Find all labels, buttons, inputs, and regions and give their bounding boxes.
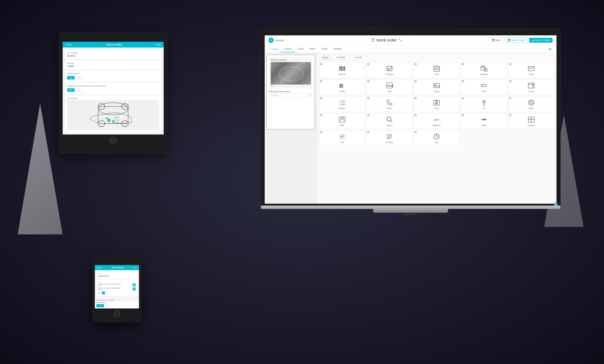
tablet-home-button[interactable] — [109, 137, 117, 144]
widget-email[interactable]: i Email — [508, 62, 554, 78]
tablet-yes-button[interactable]: Yes — [67, 76, 75, 79]
filter-installed[interactable]: ⬇ Installed — [333, 55, 348, 60]
barcode-input[interactable]: Barcode ⊞ — [269, 93, 312, 97]
widget-info-icon-22: i — [367, 131, 369, 133]
radio-widget-icon — [528, 99, 535, 106]
star-icon: ★ — [352, 56, 354, 58]
phone-hour-text-1: 2018-02-16 Start 10:00 End 19:30 — [98, 283, 121, 285]
slider-widget-label: Slider — [482, 124, 487, 126]
widget-info-icon-23: i — [415, 131, 417, 133]
photo-section: Photo the product — [269, 57, 312, 88]
edit-icon[interactable]: ✏️ — [399, 38, 402, 42]
radio-widget-label: Radio — [529, 107, 534, 109]
widget-info-icon-12: i — [367, 97, 369, 99]
phone-home-button[interactable] — [113, 310, 120, 317]
widget-time[interactable]: i Time — [414, 130, 460, 146]
phone-delete-button-1[interactable]: 🗑 — [133, 283, 136, 286]
widget-image[interactable]: i Image — [414, 79, 460, 95]
widget-label[interactable]: i Label — [461, 79, 507, 95]
widget-info-icon: i — [320, 63, 322, 65]
number-widget-icon: 1 2 3 — [338, 99, 346, 106]
widget-datetime[interactable]: i Datetime — [461, 62, 507, 78]
phone-add-button[interactable]: + — [102, 291, 105, 294]
phone-delete-button-2[interactable]: 🗑 — [133, 288, 136, 290]
widget-photo[interactable]: i Photo — [414, 96, 460, 112]
tab-settings[interactable]: Settings — [330, 46, 345, 52]
widget-info-icon-18: i — [415, 114, 417, 116]
phone-send-button[interactable]: Send — [133, 267, 137, 269]
phone-name-label: Name * — [98, 273, 136, 275]
svg-point-66 — [483, 119, 485, 120]
tab-hooks[interactable]: Hooks — [318, 46, 330, 52]
widget-barcode[interactable]: i Barcode — [319, 62, 365, 78]
svg-point-59 — [530, 101, 533, 104]
tab-widgets[interactable]: Widgets — [281, 46, 295, 52]
row-widget-icon — [338, 116, 346, 123]
tablet-no-button[interactable]: No — [76, 76, 83, 80]
phone-camera — [116, 262, 118, 264]
search-widget-label: Search — [387, 124, 392, 126]
phone-no-button[interactable]: No — [105, 304, 112, 307]
widget-info-icon-8: i — [415, 80, 417, 82]
widget-phone[interactable]: i Phone — [366, 96, 412, 112]
svg-point-55 — [436, 102, 437, 103]
phone-app-header: Cancel Time tracking Send — [95, 265, 139, 270]
photo-section-title: Photo the product — [271, 59, 311, 61]
widget-pin[interactable]: i Pin — [461, 96, 507, 112]
barcode-widget-label: Barcode — [339, 73, 345, 75]
widget-html[interactable]: i HTML Html — [366, 79, 412, 95]
nav-cancel-button[interactable]: ← Cancel — [268, 46, 281, 52]
widget-lookup[interactable]: i Lookup — [508, 79, 554, 95]
svg-line-80 — [437, 137, 438, 137]
photo-widget-label: Photo — [434, 107, 439, 109]
text-widget-icon — [338, 133, 346, 140]
textarea-widget-icon — [386, 133, 393, 140]
search-widget-icon — [386, 116, 393, 123]
widget-signature[interactable]: i Signature — [414, 113, 460, 129]
text-widget-label: Text — [340, 141, 344, 143]
save-close-button[interactable]: 💾 Save & Close — [505, 38, 528, 43]
widget-slider[interactable]: i Slider — [461, 113, 507, 129]
html-widget-icon: HTML — [386, 82, 393, 89]
tablet-mileage-value: 130000 — [67, 65, 159, 67]
widget-info-icon-11: i — [320, 97, 322, 99]
phone-content: Name * Denise Ermes Hours 2018-02-16 Sta… — [95, 270, 139, 299]
save-publish-button[interactable]: ☁ Save & Publish — [529, 38, 553, 43]
html-widget-label: Html — [387, 90, 391, 92]
widget-subform[interactable]: i + Subform — [508, 113, 554, 129]
widget-header[interactable]: i B Header — [319, 79, 365, 95]
widget-number[interactable]: i 1 2 3 — [319, 96, 365, 112]
save-button[interactable]: 💾 Save — [489, 38, 503, 43]
phone-widget-icon — [386, 99, 393, 106]
phone-yes-button[interactable]: Yes — [96, 304, 104, 307]
widget-radio[interactable]: i Radio — [508, 96, 554, 112]
phone-hours-section: Hours 2018-02-16 Start 10:00 End 19:30 T… — [97, 280, 137, 296]
phone-cancel-button[interactable]: Cancel — [97, 267, 102, 269]
widget-date[interactable]: i Date — [414, 62, 460, 78]
widget-textarea[interactable]: i Text Area — [366, 130, 412, 146]
tablet-screen: Cancel Vehicle Intake Send License plate… — [63, 42, 164, 135]
image-widget-label: Image — [434, 90, 439, 92]
photo-overlay-svg — [271, 62, 311, 85]
tablet-send-button[interactable]: Send — [156, 44, 161, 46]
tab-rules[interactable]: Rules — [307, 46, 318, 52]
filter-favorite[interactable]: ★ Favorite — [350, 55, 365, 60]
filter-default[interactable]: Default — [319, 55, 331, 60]
tablet-manual-no[interactable]: No — [76, 88, 83, 92]
widget-search[interactable]: i Search — [366, 113, 412, 129]
tablet-license-label: License plate — [67, 52, 159, 54]
tablet-app-title: Vehicle Intake — [106, 43, 122, 46]
widget-checkbox[interactable]: i Checkbox — [366, 62, 412, 78]
help-button[interactable]: ? — [554, 202, 556, 204]
date-widget-label: Date — [435, 73, 439, 75]
widget-text[interactable]: i Text — [319, 130, 365, 146]
tab-email[interactable]: Email — [295, 46, 307, 52]
widget-row[interactable]: i ROW — [319, 113, 365, 129]
trash-icon: 🗑 — [133, 284, 135, 286]
checkbox-widget-icon — [386, 65, 393, 72]
tablet-cancel-button[interactable]: Cancel — [66, 44, 72, 46]
widget-info-icon-14: i — [462, 97, 464, 99]
nav-arrow[interactable]: ◀ — [547, 45, 553, 52]
tablet-manual-yes[interactable]: Yes — [67, 88, 75, 92]
date-widget-icon — [433, 65, 440, 72]
